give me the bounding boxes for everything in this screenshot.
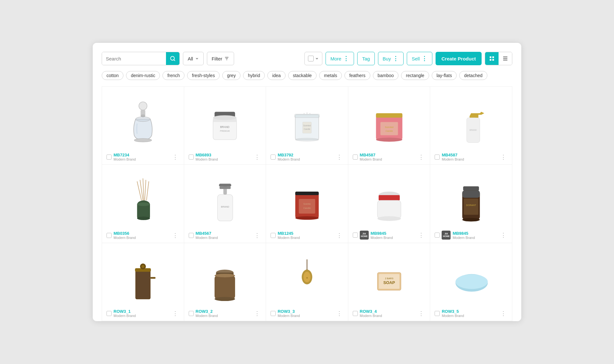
- tag-chip-denim-rustic[interactable]: denim-rustic: [126, 71, 160, 80]
- product-checkbox[interactable]: [435, 233, 440, 238]
- buy-button[interactable]: Buy ⋮: [378, 52, 404, 65]
- product-brand: Modern Brand: [114, 236, 169, 240]
- product-card: Scented Candle MB4587 Modern Brand ⋮: [348, 87, 430, 165]
- svg-text:BRAND: BRAND: [469, 129, 477, 131]
- tag-chip-feathers[interactable]: feathers: [344, 71, 370, 80]
- kebab-menu-button[interactable]: ⋮: [253, 153, 261, 161]
- product-checkbox[interactable]: [271, 233, 276, 238]
- kebab-menu-button[interactable]: ⋮: [171, 231, 179, 240]
- product-image: Scented Candle: [271, 92, 343, 149]
- product-id[interactable]: MB6893: [196, 153, 251, 157]
- product-id[interactable]: MB3792: [278, 153, 333, 157]
- product-brand: Modern Brand: [371, 236, 415, 240]
- svg-rect-11: [503, 60, 508, 60]
- product-footer: ROW3_1 Modern Brand ⋮: [106, 309, 179, 318]
- tag-chip-french[interactable]: french: [162, 71, 185, 80]
- svg-rect-34: [380, 122, 398, 135]
- product-checkbox[interactable]: [435, 311, 440, 316]
- tag-chip-stackable[interactable]: stackable: [288, 71, 317, 80]
- product-brand: Modern Brand: [196, 236, 251, 240]
- product-checkbox[interactable]: [435, 154, 440, 160]
- tag-chip-rectangle[interactable]: rectangle: [401, 71, 429, 80]
- kebab-menu-button[interactable]: ⋮: [171, 153, 179, 161]
- kebab-menu-button[interactable]: ⋮: [335, 153, 343, 161]
- select-all-checkbox[interactable]: [304, 52, 322, 65]
- product-id[interactable]: MB7234: [114, 153, 169, 157]
- main-container: All Filter More ⋮ Tag Buy ⋮ Sell ⋮ Creat…: [93, 43, 521, 321]
- product-checkbox[interactable]: [189, 233, 194, 238]
- kebab-menu-button[interactable]: ⋮: [499, 309, 508, 318]
- tag-chip-bamboo[interactable]: bamboo: [373, 71, 399, 80]
- product-id[interactable]: ROW3_3: [278, 309, 333, 314]
- product-footer: MB4587 Modern Brand ⋮: [353, 153, 426, 161]
- sell-button[interactable]: Sell ⋮: [407, 52, 432, 65]
- kebab-menu-button[interactable]: ⋮: [335, 309, 343, 318]
- svg-line-41: [140, 180, 143, 200]
- kebab-menu-button[interactable]: ⋮: [253, 231, 261, 240]
- kebab-menu-button[interactable]: ⋮: [335, 231, 343, 240]
- product-footer: MB3792 Modern Brand ⋮: [271, 153, 343, 161]
- product-id[interactable]: MB1245: [278, 231, 333, 236]
- tag-chip-cotton[interactable]: cotton: [102, 71, 123, 80]
- tag-chip-grey[interactable]: grey: [222, 71, 240, 80]
- product-id[interactable]: ROW3_2: [196, 309, 251, 314]
- tag-chip-hybrid[interactable]: hybrid: [243, 71, 265, 80]
- checkbox-square-icon: [308, 56, 314, 61]
- product-checkbox[interactable]: [106, 154, 112, 160]
- product-brand: Modern Brand: [360, 157, 415, 161]
- create-product-button[interactable]: Create Product: [436, 52, 482, 65]
- product-checkbox[interactable]: [353, 154, 358, 160]
- product-checkbox[interactable]: [189, 311, 194, 316]
- product-checkbox[interactable]: [271, 311, 276, 316]
- product-id[interactable]: MB9845: [453, 231, 497, 236]
- product-checkbox[interactable]: [353, 233, 358, 238]
- product-id[interactable]: MB4587: [442, 153, 497, 157]
- kebab-menu-button[interactable]: ⋮: [417, 309, 425, 318]
- kebab-menu-button[interactable]: ⋮: [499, 231, 508, 239]
- product-grid: MB7234 Modern Brand ⋮ BRAND PREMIUM MB68…: [102, 86, 512, 321]
- tag-chip-detached[interactable]: detached: [459, 71, 487, 80]
- filter-button[interactable]: Filter: [207, 52, 234, 65]
- tag-chip-idea[interactable]: idea: [267, 71, 285, 80]
- svg-point-15: [136, 117, 150, 122]
- product-footer: ROW3_4 Modern Brand ⋮: [353, 309, 426, 318]
- kebab-menu-button[interactable]: ⋮: [499, 153, 508, 161]
- product-id[interactable]: ROW3_1: [114, 309, 169, 314]
- product-checkbox[interactable]: [106, 233, 112, 238]
- search-input[interactable]: [102, 52, 166, 65]
- tag-chip-metals[interactable]: metals: [319, 71, 342, 80]
- list-view-button[interactable]: [499, 52, 512, 65]
- product-id[interactable]: ROW3_5: [442, 309, 497, 314]
- search-wrapper: [102, 52, 180, 65]
- tag-chip-fresh-styles[interactable]: fresh-styles: [187, 71, 220, 80]
- all-dropdown[interactable]: All: [183, 52, 204, 65]
- product-card: ROW3_1 Modern Brand ⋮: [102, 243, 184, 321]
- product-card: BRAND MB4567 Modern Brand ⋮: [184, 165, 266, 243]
- more-button[interactable]: More ⋮: [326, 52, 354, 65]
- product-checkbox[interactable]: [106, 311, 112, 316]
- kebab-menu-button[interactable]: ⋮: [417, 231, 425, 239]
- svg-rect-46: [137, 204, 150, 218]
- svg-rect-5: [490, 56, 491, 58]
- search-button[interactable]: [166, 52, 179, 65]
- kebab-menu-button[interactable]: ⋮: [171, 309, 179, 318]
- product-info: MB9845 Modern Brand: [453, 231, 497, 240]
- svg-rect-66: [462, 190, 480, 198]
- svg-point-22: [213, 115, 237, 120]
- tag-chip-lay-flats[interactable]: lay-flats: [432, 71, 457, 80]
- product-checkbox[interactable]: [353, 311, 358, 316]
- kebab-menu-button[interactable]: ⋮: [417, 153, 425, 161]
- product-info: ROW3_1 Modern Brand: [114, 309, 169, 318]
- product-checkbox[interactable]: [189, 154, 194, 160]
- kebab-menu-button[interactable]: ⋮: [253, 309, 261, 318]
- product-checkbox[interactable]: [271, 154, 276, 160]
- product-id[interactable]: MB4587: [360, 153, 415, 157]
- product-id[interactable]: MB0356: [114, 231, 169, 236]
- product-id[interactable]: MB4567: [196, 231, 251, 236]
- product-footer: ROW3_2 Modern Brand ⋮: [189, 309, 262, 318]
- product-id[interactable]: MB9845: [371, 231, 415, 236]
- tag-button[interactable]: Tag: [357, 52, 374, 65]
- grid-view-button[interactable]: [485, 52, 499, 65]
- product-brand: Modern Brand: [114, 157, 169, 161]
- product-id[interactable]: ROW3_4: [360, 309, 415, 314]
